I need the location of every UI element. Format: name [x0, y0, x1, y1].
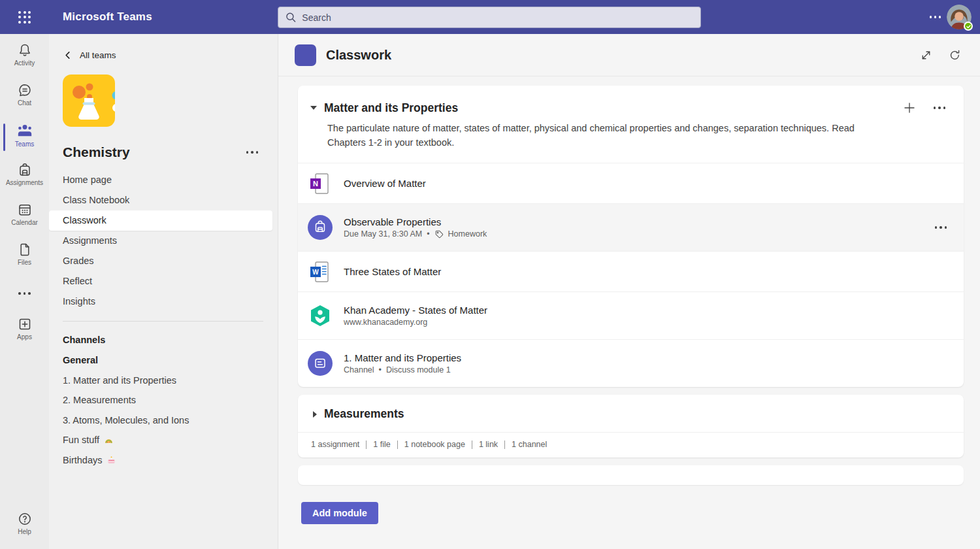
file-icon: [17, 242, 33, 258]
stat-separator: [397, 441, 398, 449]
channel-item-measurements[interactable]: 2. Measurements: [49, 390, 278, 410]
channel-label: General: [63, 355, 98, 365]
menu-item-insights[interactable]: Insights: [49, 291, 278, 312]
channel-item-matter[interactable]: 1. Matter and its Properties: [49, 371, 278, 391]
classwork-item-khan-academy[interactable]: Khan Academy - States of Matter www.khan…: [298, 291, 964, 339]
app-launcher-button[interactable]: [0, 11, 49, 24]
stat-separator: [366, 441, 367, 449]
rail-item-calendar[interactable]: Calendar: [0, 202, 49, 233]
rail-item-assignments[interactable]: Assignments: [0, 162, 49, 193]
rail-item-apps[interactable]: Apps: [0, 316, 49, 348]
app-rail: Activity Chat Teams Assignments Calendar…: [0, 34, 49, 549]
rail-more-button[interactable]: [18, 285, 31, 302]
item-title: 1. Matter and its Properties: [344, 352, 461, 363]
channels-header: Channels: [49, 330, 278, 350]
waffle-icon: [18, 11, 31, 24]
search-icon: [286, 12, 296, 23]
all-teams-back-button[interactable]: All teams: [63, 50, 116, 60]
stat-assignments: 1 assignment: [311, 440, 359, 449]
channel-item-fun-stuff[interactable]: Fun stuff: [49, 430, 278, 450]
channel-item-birthdays[interactable]: Birthdays: [49, 450, 278, 471]
rail-label-chat: Chat: [18, 99, 31, 107]
collapse-caret-icon[interactable]: [310, 106, 317, 110]
sidebar-divider: [63, 321, 263, 322]
channel-label: Birthdays: [63, 455, 102, 465]
expand-icon: [920, 49, 932, 61]
rail-item-chat[interactable]: Chat: [0, 82, 49, 114]
channel-label: 3. Atoms, Molecules, and Ions: [63, 415, 189, 425]
svg-text:N: N: [313, 180, 318, 188]
menu-item-class-notebook[interactable]: Class Notebook: [49, 190, 278, 210]
menu-item-reflect[interactable]: Reflect: [49, 271, 278, 291]
menu-item-assignments[interactable]: Assignments: [49, 231, 278, 251]
search-input[interactable]: [302, 12, 693, 23]
search-bar[interactable]: [278, 7, 701, 28]
refresh-button[interactable]: [947, 48, 962, 63]
menu-item-classwork[interactable]: Classwork: [49, 210, 272, 231]
stat-channels: 1 channel: [512, 440, 547, 449]
rail-item-teams[interactable]: Teams: [0, 122, 49, 154]
item-subtitle: Channel Discuss module 1: [344, 365, 461, 374]
rail-label-help: Help: [18, 528, 31, 535]
chevron-left-icon: [63, 50, 73, 60]
classwork-item-channel-matter[interactable]: 1. Matter and its Properties Channel Dis…: [298, 339, 964, 387]
plus-icon: [903, 101, 916, 114]
classwork-item-overview-of-matter[interactable]: N Overview of Matter: [298, 163, 964, 203]
team-name: Chemistry: [63, 144, 130, 160]
module-card-matter: Matter and its Properties The particulat…: [298, 86, 964, 387]
team-more-button[interactable]: [245, 147, 260, 158]
menu-item-grades[interactable]: Grades: [49, 251, 278, 271]
item-more-button[interactable]: [934, 222, 949, 233]
header-actions: [919, 48, 962, 63]
chemistry-flask-icon: [63, 75, 115, 127]
expand-button[interactable]: [919, 48, 934, 63]
add-resource-button[interactable]: [902, 100, 917, 116]
channel-label: Fun stuff: [63, 435, 99, 445]
page-title: Classwork: [326, 48, 391, 63]
module-actions: [902, 100, 947, 116]
rail-item-files[interactable]: Files: [0, 242, 49, 273]
menu-item-home-page[interactable]: Home page: [49, 170, 278, 190]
module-header: Measurements: [298, 395, 964, 432]
all-teams-label: All teams: [80, 50, 116, 60]
team-title-row: Chemistry: [63, 142, 259, 162]
channel-icon: [308, 351, 333, 376]
khan-academy-icon: [308, 303, 333, 328]
module-description: The particulate nature of matter, states…: [327, 121, 889, 150]
due-date: Due May 31, 8:30 AM: [344, 229, 422, 239]
rail-label-activity: Activity: [14, 59, 35, 67]
module-title: Measurements: [324, 407, 404, 421]
classwork-item-observable-properties[interactable]: Observable Properties Due May 31, 8:30 A…: [298, 203, 964, 251]
item-title: Khan Academy - States of Matter: [344, 305, 487, 316]
dot-separator: [427, 229, 429, 239]
item-title: Observable Properties: [344, 216, 487, 227]
channel-label: 1. Matter and its Properties: [63, 375, 176, 386]
help-icon: [17, 511, 33, 527]
topbar-more-button[interactable]: [930, 16, 941, 18]
tag-label: Homework: [448, 229, 487, 239]
add-module-button[interactable]: Add module: [301, 502, 378, 524]
rail-label-calendar: Calendar: [11, 219, 38, 226]
rail-item-activity[interactable]: Activity: [0, 42, 49, 74]
calendar-icon: [17, 202, 33, 218]
status-available-icon: [964, 22, 973, 31]
classwork-header: Classwork: [278, 34, 980, 76]
rail-item-help[interactable]: Help: [0, 511, 49, 542]
classwork-item-three-states[interactable]: W Three States of Matter: [298, 251, 964, 291]
module-more-button[interactable]: [932, 103, 947, 113]
avatar[interactable]: [947, 5, 972, 29]
teams-app-window: Microsoft Teams Activity Chat: [0, 0, 980, 549]
classwork-app-icon: [295, 44, 316, 66]
stat-separator: [504, 441, 505, 449]
team-avatar[interactable]: [63, 75, 115, 127]
module-card-measurements: Measurements 1 assignment 1 file 1 noteb…: [298, 395, 964, 458]
team-sidebar: All teams Chemistry Home page Class Note…: [49, 34, 278, 549]
main-panel: Classwork Matter and its Properties: [278, 34, 980, 549]
rail-label-apps: Apps: [17, 333, 32, 341]
refresh-icon: [949, 49, 961, 61]
dot-separator: [379, 365, 382, 374]
channel-item-general[interactable]: General: [49, 350, 278, 371]
channel-item-atoms[interactable]: 3. Atoms, Molecules, and Ions: [49, 410, 278, 431]
teams-people-icon: [16, 122, 33, 139]
expand-caret-icon[interactable]: [313, 411, 317, 418]
